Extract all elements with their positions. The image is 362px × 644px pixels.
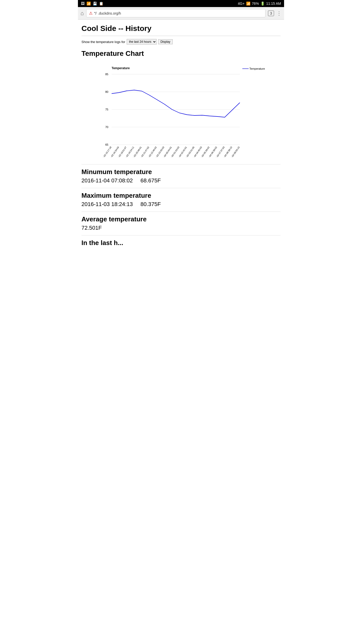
chart-legend: Temperature bbox=[249, 67, 265, 70]
max-temp-degrees: 80.375F bbox=[141, 201, 161, 207]
slash-text: ''/ bbox=[94, 11, 96, 15]
y-label-70: 70 bbox=[105, 126, 108, 129]
url-text: .duckdns.org/h bbox=[98, 11, 263, 15]
y-label-75: 75 bbox=[105, 108, 108, 111]
sim-icon: 💾 bbox=[93, 2, 97, 6]
avg-divider bbox=[81, 235, 281, 235]
x-axis-labels: 2016-11-03 15:17:18 2016-11-03 16:34:04 … bbox=[98, 146, 240, 157]
image-icon: 🖼 bbox=[81, 2, 84, 6]
min-temp-section: Minumum temperature 2016-11-04 07:08:02 … bbox=[81, 168, 281, 184]
page-title: Cool Side -- History bbox=[81, 24, 281, 33]
y-label-85: 85 bbox=[105, 73, 108, 76]
signal-type: 4G+ bbox=[238, 2, 245, 6]
time-range-select[interactable]: the last 24 hours the last 7 days the la… bbox=[127, 39, 157, 45]
max-temp-datetime: 2016-11-03 18:24:13 bbox=[81, 201, 133, 207]
y-label-65: 65 bbox=[105, 143, 108, 146]
home-button[interactable]: ⌂ bbox=[80, 10, 84, 17]
page-content: Cool Side -- History Show the temperatur… bbox=[78, 20, 284, 256]
chart-title: Temperature Chart bbox=[81, 50, 281, 58]
avg-temp-section: Average temperature 72.501F bbox=[81, 215, 281, 231]
address-bar[interactable]: ⚠ ''/ .duckdns.org/h bbox=[86, 9, 265, 17]
chart-divider bbox=[81, 164, 281, 165]
min-temp-title: Minumum temperature bbox=[81, 168, 281, 176]
max-divider bbox=[81, 212, 281, 212]
battery-icon: 🔋 bbox=[260, 2, 265, 6]
status-right-info: 4G+ 📶 76% 🔋 11:15 AM bbox=[238, 2, 281, 6]
display-button[interactable]: Display bbox=[158, 39, 172, 44]
clock: 11:15 AM bbox=[266, 2, 281, 6]
browser-menu-button[interactable]: ⋮ bbox=[277, 10, 282, 16]
min-temp-degrees: 68.675F bbox=[141, 177, 161, 184]
chart-svg: Temperature Temperature 85 80 75 70 65 bbox=[81, 62, 278, 157]
avg-temp-value: 72.501F bbox=[81, 225, 281, 231]
wifi-icon: 📶 bbox=[86, 2, 91, 6]
max-temp-section: Maximum temperature 2016-11-03 18:24:13 … bbox=[81, 192, 281, 208]
temperature-line bbox=[112, 90, 240, 117]
browser-chrome: ⌂ ⚠ ''/ .duckdns.org/h 3 ⋮ bbox=[78, 7, 284, 20]
battery-level: 76% bbox=[252, 2, 259, 6]
last-section-title: In the last h... bbox=[81, 239, 281, 247]
max-temp-value: 2016-11-03 18:24:13 80.375F bbox=[81, 201, 281, 208]
status-left-icons: 🖼 📶 💾 📋 bbox=[81, 2, 103, 6]
clipboard-icon: 📋 bbox=[99, 2, 103, 6]
filter-label: Show the temperature logs for bbox=[81, 40, 125, 44]
title-divider bbox=[81, 36, 281, 36]
last-section: In the last h... bbox=[81, 239, 281, 247]
y-axis-label: Temperature bbox=[112, 66, 130, 70]
filter-row: Show the temperature logs for the last 2… bbox=[81, 39, 281, 45]
min-temp-value: 2016-11-04 07:08:02 68.675F bbox=[81, 177, 281, 184]
signal-bars: 📶 bbox=[246, 2, 250, 6]
y-label-80: 80 bbox=[105, 90, 108, 93]
max-temp-title: Maximum temperature bbox=[81, 192, 281, 199]
temperature-chart: Temperature Temperature 85 80 75 70 65 bbox=[81, 62, 281, 158]
tab-count-button[interactable]: 3 bbox=[268, 11, 274, 16]
avg-temp-title: Average temperature bbox=[81, 215, 281, 223]
status-bar: 🖼 📶 💾 📋 4G+ 📶 76% 🔋 11:15 AM bbox=[78, 0, 284, 7]
warning-icon: ⚠ bbox=[89, 11, 93, 16]
min-divider bbox=[81, 188, 281, 188]
min-temp-datetime: 2016-11-04 07:08:02 bbox=[81, 177, 133, 184]
svg-text:2016-11-03 15:17:18: 2016-11-03 15:17:18 bbox=[98, 146, 112, 157]
